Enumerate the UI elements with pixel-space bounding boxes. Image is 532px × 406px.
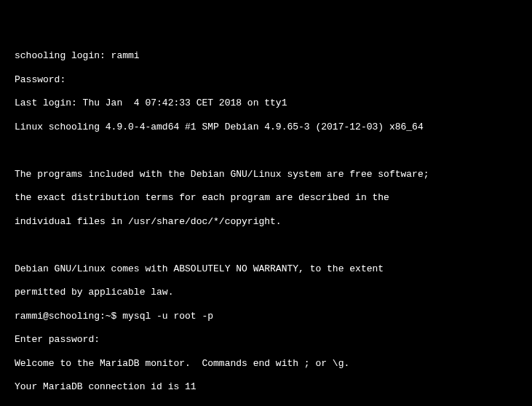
motd-line-2: the exact distribution terms for each pr… bbox=[15, 192, 517, 204]
blank-line bbox=[15, 145, 517, 156]
shell-command: mysql -u root -p bbox=[122, 311, 213, 322]
motd-warranty-2: permitted by applicable law. bbox=[15, 287, 517, 298]
motd-line-1: The programs included with the Debian GN… bbox=[15, 169, 517, 180]
mariadb-welcome: Welcome to the MariaDB monitor. Commands… bbox=[15, 358, 517, 370]
shell-prompt: rammi@schooling:~$ bbox=[15, 311, 122, 322]
mariadb-conn-id: Your MariaDB connection id is 11 bbox=[15, 381, 517, 393]
password-prompt: Password: bbox=[15, 74, 517, 86]
shell-line[interactable]: rammi@schooling:~$ mysql -u root -p bbox=[15, 311, 517, 322]
blank-line bbox=[15, 239, 517, 251]
login-prompt: schooling login: rammi bbox=[15, 50, 517, 62]
motd-warranty-1: Debian GNU/Linux comes with ABSOLUTELY N… bbox=[15, 263, 517, 275]
motd-line-3: individual files in /usr/share/doc/*/cop… bbox=[15, 216, 517, 228]
kernel-info: Linux schooling 4.9.0-4-amd64 #1 SMP Deb… bbox=[15, 122, 517, 133]
mysql-enter-password: Enter password: bbox=[15, 334, 517, 346]
last-login: Last login: Thu Jan 4 07:42:33 CET 2018 … bbox=[15, 97, 517, 109]
